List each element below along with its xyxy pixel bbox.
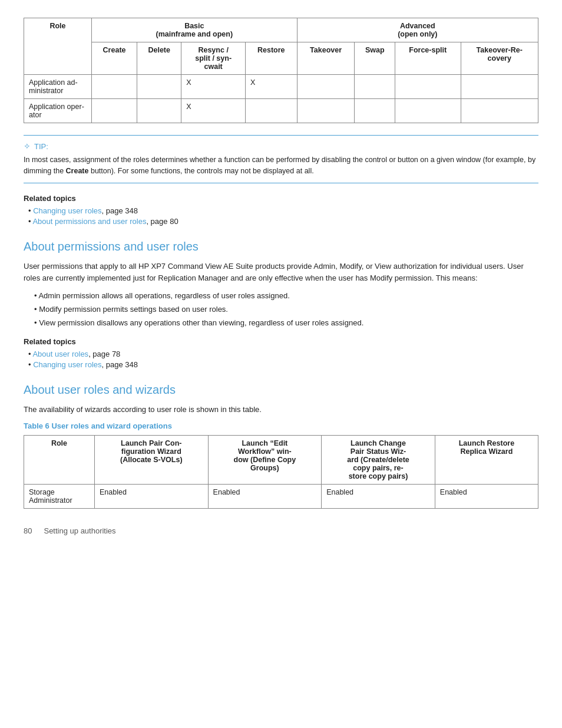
tip-icon: ✧: [24, 141, 31, 151]
launch-change-pair-cell: Enabled: [322, 485, 435, 509]
resync-cell: X: [181, 75, 246, 99]
table-row: Application ad-ministrator X X: [24, 75, 538, 99]
launch-edit-workflow-header: Launch “EditWorkflow” win-dow (Define Co…: [208, 436, 322, 485]
about-permissions-heading: About permissions and user roles: [24, 240, 538, 253]
swap-col-header: Swap: [355, 42, 395, 75]
swap-cell: [355, 99, 395, 123]
top-permissions-table: Role Basic(mainframe and open) Advanced(…: [24, 18, 538, 123]
launch-edit-workflow-cell: Enabled: [208, 485, 322, 509]
changing-user-roles-link-1[interactable]: Changing user roles: [33, 206, 101, 215]
delete-cell: [137, 99, 181, 123]
table-row: Application oper-ator X: [24, 99, 538, 123]
bullet-item: Modify permission permits settings based…: [34, 304, 538, 315]
delete-col-header: Delete: [137, 42, 181, 75]
about-permissions-bullets: Admin permission allows all operations, …: [24, 290, 538, 329]
basic-group-header: Basic(mainframe and open): [92, 18, 297, 42]
restore-col-header: Restore: [246, 42, 297, 75]
related-topics-1: Related topics Changing user roles, page…: [24, 194, 538, 226]
about-wizards-intro: The availability of wizards according to…: [24, 404, 538, 416]
related-topics-1-item-1: Changing user roles, page 348: [28, 206, 538, 215]
tip-label: ✧ TIP:: [24, 141, 538, 151]
about-permissions-link[interactable]: About permissions and user roles: [32, 217, 146, 226]
bullet-item: Admin permission allows all operations, …: [34, 290, 538, 302]
role-cell: StorageAdministrator: [24, 485, 95, 509]
about-permissions-body: User permissions that apply to all HP XP…: [24, 261, 538, 284]
related-topics-1-item-2-suffix: , page 80: [146, 217, 178, 226]
related-topics-2-list: About user roles, page 78 Changing user …: [24, 350, 538, 369]
bullet-item: View permission disallows any operations…: [34, 317, 538, 329]
role-cell: Application ad-ministrator: [24, 75, 92, 99]
create-col-header: Create: [92, 42, 137, 75]
footer-text: Setting up authorities: [44, 526, 115, 535]
role-column-header: Role: [24, 18, 92, 75]
related-topics-2-item-1: About user roles, page 78: [28, 350, 538, 358]
related-topics-1-item-1-suffix: , page 348: [102, 206, 138, 215]
related-topics-2-item-1-suffix: , page 78: [88, 350, 120, 358]
takeover-cell: [297, 99, 355, 123]
role-cell: Application oper-ator: [24, 99, 92, 123]
related-topics-2: Related topics About user roles, page 78…: [24, 337, 538, 369]
restore-cell: X: [246, 75, 297, 99]
about-wizards-heading: About user roles and wizards: [24, 383, 538, 397]
launch-pair-config-header: Launch Pair Con-figuration Wizard(Alloca…: [95, 436, 209, 485]
launch-restore-replica-cell: Enabled: [435, 485, 538, 509]
swap-cell: [355, 75, 395, 99]
related-topics-2-title: Related topics: [24, 337, 538, 346]
takeover-recovery-col-header: Takeover-Re-covery: [461, 42, 538, 75]
resync-cell: X: [181, 99, 246, 123]
force-split-col-header: Force-split: [395, 42, 461, 75]
related-topics-2-item-2-suffix: , page 348: [102, 360, 138, 369]
about-user-roles-link[interactable]: About user roles: [32, 350, 88, 358]
launch-pair-config-cell: Enabled: [95, 485, 209, 509]
table-caption: Table 6 User roles and wizard operations: [24, 421, 538, 430]
page-footer: 80 Setting up authorities: [24, 526, 538, 535]
related-topics-1-list: Changing user roles, page 348 About perm…: [24, 206, 538, 226]
wizard-operations-table: Role Launch Pair Con-figuration Wizard(A…: [24, 435, 538, 509]
restore-cell: [246, 99, 297, 123]
tip-box: ✧ TIP: In most cases, assignment of the …: [24, 135, 538, 183]
page-number: 80: [24, 526, 32, 535]
related-topics-2-item-2: Changing user roles, page 348: [28, 360, 538, 369]
related-topics-1-title: Related topics: [24, 194, 538, 203]
tip-label-text: TIP:: [34, 142, 48, 151]
resync-col-header: Resync /split / syn-cwait: [181, 42, 246, 75]
launch-change-pair-header: Launch ChangePair Status Wiz-ard (Create…: [322, 436, 435, 485]
force-split-cell: [395, 75, 461, 99]
delete-cell: [137, 75, 181, 99]
advanced-group-header: Advanced(open only): [297, 18, 538, 42]
table-row: StorageAdministrator Enabled Enabled Ena…: [24, 485, 538, 509]
force-split-cell: [395, 99, 461, 123]
role-col2-header: Role: [24, 436, 95, 485]
related-topics-1-item-2: About permissions and user roles, page 8…: [28, 217, 538, 226]
takeover-cell: [297, 75, 355, 99]
takeover-recovery-cell: [461, 75, 538, 99]
tip-text: In most cases, assignment of the roles d…: [24, 154, 538, 177]
takeover-col-header: Takeover: [297, 42, 355, 75]
launch-restore-replica-header: Launch RestoreReplica Wizard: [435, 436, 538, 485]
changing-user-roles-link-2[interactable]: Changing user roles: [33, 360, 101, 369]
takeover-recovery-cell: [461, 99, 538, 123]
create-cell: [92, 75, 137, 99]
create-cell: [92, 99, 137, 123]
